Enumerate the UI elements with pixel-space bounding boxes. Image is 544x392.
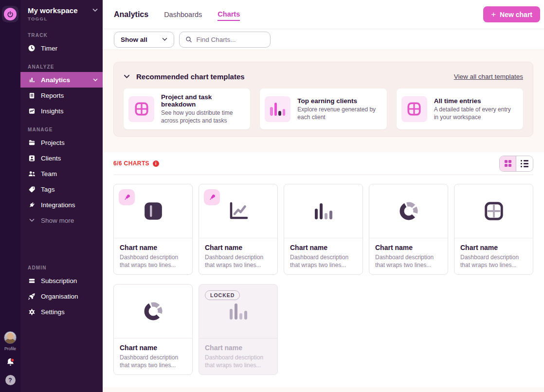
pin-icon [123, 194, 131, 201]
sidebar-item-projects[interactable]: Projects [20, 135, 103, 150]
table-chart-icon [484, 201, 504, 221]
filter-row: Show all [103, 29, 544, 50]
sidebar-item-timer[interactable]: Timer [20, 40, 103, 56]
sidebar-item-insights[interactable]: Insights [20, 103, 103, 119]
chart-card-7-locked[interactable]: LOCKED Chart name Dashboard description … [199, 284, 278, 375]
sidebar-item-label: Insights [41, 107, 64, 115]
profile-avatar[interactable] [4, 331, 17, 344]
sidebar-section-track: TRACK Timer [20, 33, 103, 56]
sidebar-item-settings[interactable]: Settings [20, 304, 103, 320]
chevron-down-icon [93, 78, 98, 82]
recommended-title: Recommended chart templates [136, 72, 245, 81]
sidebar-item-reports[interactable]: Reports [20, 88, 103, 103]
pin-badge[interactable] [119, 189, 135, 205]
template-title: Top earning clients [297, 97, 380, 105]
plug-icon [28, 201, 36, 209]
sidebar-section-analyze: ANALYZE Analytics Reports Insights [20, 64, 103, 119]
view-all-templates-link[interactable]: View all chart templates [454, 73, 523, 80]
bar-chart-icon [315, 203, 332, 219]
toggl-logo-button[interactable] [2, 6, 18, 22]
chart-card-4[interactable]: Chart name Dashboard description that wr… [369, 184, 448, 275]
insights-icon [28, 107, 36, 115]
workspace-switcher[interactable]: My workspace TOGGL [20, 0, 103, 24]
chevron-down-icon [162, 37, 167, 41]
tab-charts[interactable]: Charts [218, 8, 240, 21]
chart-card-2[interactable]: Chart name Dashboard description that wr… [199, 184, 278, 275]
recommended-band: Recommended chart templates View all cha… [103, 50, 544, 152]
app-rail: Profile ? [0, 0, 20, 392]
section-label: ADMIN [28, 265, 103, 270]
new-chart-button[interactable]: + New chart [483, 6, 540, 22]
tab-dashboards[interactable]: Dashboards [164, 9, 202, 20]
sidebar-item-label: Timer [41, 45, 57, 52]
sidebar-item-label: Team [41, 170, 57, 178]
template-title: All time entries [434, 97, 516, 105]
gear-icon [28, 308, 36, 316]
bar-chart-icon [265, 96, 290, 122]
info-icon[interactable]: i [153, 160, 159, 167]
chart-name: Chart name [205, 244, 272, 251]
sidebar-item-show-more[interactable]: Show more [20, 213, 103, 228]
template-card-project-task-breakdown[interactable]: Project and task breakdown See how you d… [124, 89, 250, 129]
profile-label: Profile [4, 346, 16, 351]
team-icon [28, 170, 36, 178]
sidebar-item-label: Projects [41, 139, 65, 146]
subscription-icon [28, 277, 36, 285]
notifications-bell-icon[interactable] [6, 357, 15, 369]
template-desc: Explore revenue generated by each client [297, 106, 380, 121]
sidebar-item-subscription[interactable]: Subscription [20, 273, 103, 288]
sidebar-item-tags[interactable]: Tags [20, 181, 103, 197]
workspace-name: My workspace [28, 6, 78, 15]
sidebar-item-team[interactable]: Team [20, 166, 103, 181]
pin-badge[interactable] [204, 189, 220, 205]
collapse-chevron-icon[interactable] [124, 74, 130, 79]
chevron-down-icon [92, 8, 98, 12]
grid-view-button[interactable] [500, 156, 516, 171]
chart-desc: Dashboard description that wraps two lin… [290, 253, 357, 269]
section-label: TRACK [28, 33, 103, 38]
sidebar-item-organisation[interactable]: Organisation [20, 288, 103, 304]
chart-card-6[interactable]: Chart name Dashboard description that wr… [113, 284, 193, 375]
charts-section: 6/6 CHARTS i [103, 152, 544, 387]
chevron-down-icon [28, 216, 36, 224]
chart-desc: Dashboard description that wraps two lin… [460, 253, 527, 269]
panel-chart-icon [143, 201, 163, 221]
template-desc: See how you distribute time across proje… [161, 109, 243, 125]
sidebar: My workspace TOGGL TRACK Timer ANALYZE A… [20, 0, 103, 392]
template-card-top-earning-clients[interactable]: Top earning clients Explore revenue gene… [260, 89, 386, 129]
chart-card-3[interactable]: Chart name Dashboard description that wr… [284, 184, 363, 275]
tag-icon [28, 185, 36, 193]
chart-desc: Dashboard description that wraps two lin… [205, 253, 272, 269]
charts-count: 6/6 CHARTS i [113, 160, 159, 167]
bar-chart-icon [230, 303, 247, 320]
sidebar-item-label: Show more [41, 217, 74, 224]
sidebar-section-admin: ADMIN Subscription Organisation Settings [20, 265, 103, 320]
page-title: Analytics [114, 10, 148, 19]
chart-name: Chart name [460, 244, 527, 251]
donut-chart-icon [143, 301, 164, 322]
chart-card-1[interactable]: Chart name Dashboard description that wr… [113, 184, 193, 275]
help-icon[interactable]: ? [5, 375, 16, 385]
section-label: MANAGE [28, 127, 103, 132]
sidebar-item-integrations[interactable]: Integrations [20, 197, 103, 213]
table-grid-icon [401, 96, 427, 122]
sidebar-item-label: Organisation [41, 293, 78, 300]
sidebar-item-analytics[interactable]: Analytics [20, 72, 103, 88]
chart-card-5[interactable]: Chart name Dashboard description that wr… [454, 184, 533, 275]
rocket-icon [28, 292, 36, 300]
workspace-org: TOGGL [28, 16, 78, 21]
sidebar-item-label: Reports [41, 92, 64, 99]
list-view-button[interactable] [516, 156, 533, 171]
table-grid-icon [128, 96, 154, 122]
chart-name: Chart name [290, 244, 357, 251]
template-card-all-time-entries[interactable]: All time entries A detailed table of eve… [397, 89, 523, 129]
search-input[interactable] [197, 36, 264, 43]
show-all-select[interactable]: Show all [114, 32, 174, 48]
chart-desc: Dashboard description that wraps two lin… [120, 354, 186, 369]
power-icon [4, 8, 17, 20]
show-all-label: Show all [121, 36, 147, 43]
sidebar-item-label: Clients [41, 155, 61, 162]
sidebar-item-clients[interactable]: Clients [20, 150, 103, 166]
chart-name: Chart name [205, 344, 272, 352]
client-card-icon [28, 154, 36, 162]
